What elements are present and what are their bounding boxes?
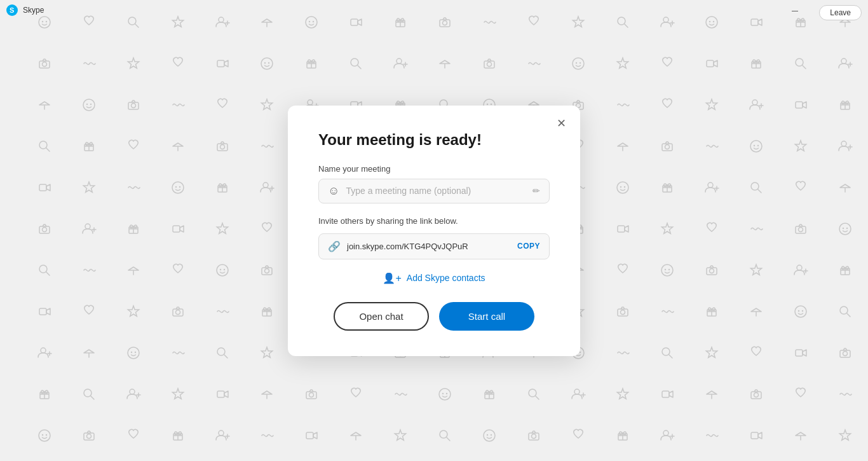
start-call-button[interactable]: Start call	[439, 302, 534, 331]
name-field-label: Name your meeting	[318, 164, 550, 174]
copy-button[interactable]: COPY	[517, 242, 540, 251]
buttons-row: Open chat Start call	[318, 302, 550, 331]
add-contacts-icon: 👤+	[383, 272, 401, 284]
add-contacts-label: Add Skype contacts	[407, 273, 485, 283]
invite-text: Invite others by sharing the link below.	[318, 216, 550, 226]
name-input-wrapper: ☺ ✏	[318, 179, 550, 203]
app-title: Skype	[23, 6, 44, 15]
open-chat-button[interactable]: Open chat	[334, 302, 429, 331]
modal-close-button[interactable]: ✕	[552, 114, 570, 132]
leave-button[interactable]: Leave	[819, 5, 862, 20]
svg-text:S: S	[10, 6, 14, 14]
smiley-icon: ☺	[328, 184, 339, 198]
modal-overlay: ✕ Your meeting is ready! Name your meeti…	[0, 0, 868, 461]
titlebar: S Skype — ❐ ✕	[0, 0, 868, 20]
minimize-button[interactable]: —	[780, 0, 810, 20]
meeting-name-input[interactable]	[346, 186, 526, 196]
link-wrapper: 🔗 join.skype.com/KTG4PQvJQPuR COPY	[318, 233, 550, 259]
skype-logo: S	[6, 4, 18, 16]
link-icon: 🔗	[328, 240, 341, 252]
edit-icon: ✏	[532, 186, 540, 196]
meeting-ready-modal: ✕ Your meeting is ready! Name your meeti…	[288, 106, 580, 356]
titlebar-left: S Skype	[0, 4, 44, 16]
meeting-link: join.skype.com/KTG4PQvJQPuR	[347, 242, 511, 251]
modal-title: Your meeting is ready!	[318, 131, 550, 149]
add-contacts-link[interactable]: 👤+ Add Skype contacts	[318, 272, 550, 284]
